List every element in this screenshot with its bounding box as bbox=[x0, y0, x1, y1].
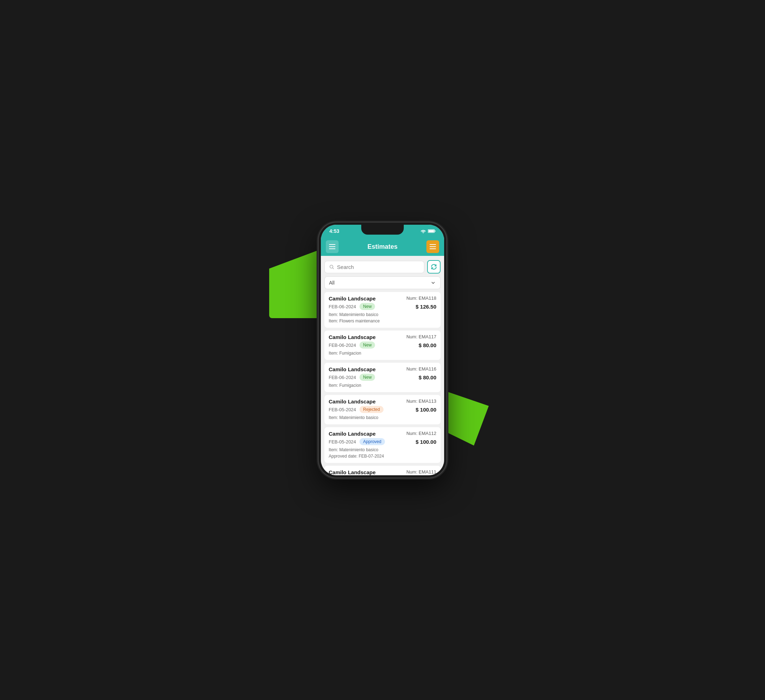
company-name-5: Camilo Landscape bbox=[329, 431, 376, 437]
estimate-num-5: Num: EMA112 bbox=[406, 431, 436, 436]
company-name-6: Camilo Landscape bbox=[329, 469, 376, 475]
notch bbox=[361, 225, 404, 235]
scene: 4:53 bbox=[290, 219, 475, 481]
estimate-amount-2: $ 80.00 bbox=[419, 342, 436, 348]
svg-rect-1 bbox=[434, 231, 435, 232]
estimate-num-2: Num: EMA117 bbox=[406, 334, 436, 339]
estimate-card-3[interactable]: Camilo Landscape Num: EMA116 FEB-06-2024… bbox=[324, 363, 441, 392]
svg-line-4 bbox=[332, 268, 334, 269]
status-badge-5: Approved bbox=[359, 438, 385, 445]
estimate-amount-3: $ 80.00 bbox=[419, 374, 436, 380]
phone-screen: 4:53 bbox=[321, 225, 444, 475]
estimate-date-3: FEB-06-2024 bbox=[329, 375, 356, 380]
estimate-items-5: Item: Matenimiento basicoApproved date: … bbox=[329, 447, 436, 459]
estimate-amount-4: $ 100.00 bbox=[416, 407, 436, 413]
estimate-date-2: FEB-06-2024 bbox=[329, 342, 356, 348]
filter-selected-label: All bbox=[329, 280, 335, 286]
company-name-4: Camilo Landscape bbox=[329, 399, 376, 405]
company-name-1: Camilo Landscape bbox=[329, 295, 376, 301]
filter-dropdown[interactable]: All bbox=[324, 276, 441, 289]
battery-icon bbox=[428, 229, 436, 233]
estimate-num-6: Num: EMA111 bbox=[406, 469, 436, 475]
decorative-shape-right bbox=[439, 389, 489, 446]
phone-frame: 4:53 bbox=[319, 223, 446, 477]
status-badge-3: New bbox=[359, 374, 375, 381]
app-header: Estimates bbox=[321, 237, 444, 256]
hamburger-icon-right bbox=[430, 244, 436, 249]
status-badge-1: New bbox=[359, 303, 375, 310]
estimate-items-4: Item: Matenimiento basico bbox=[329, 414, 436, 421]
company-name-2: Camilo Landscape bbox=[329, 334, 376, 340]
estimate-card-6[interactable]: Camilo Landscape Num: EMA111 FEB-05-2024… bbox=[324, 466, 441, 475]
left-menu-button[interactable] bbox=[326, 240, 338, 253]
status-badge-4: Rejected bbox=[359, 406, 383, 413]
estimate-items-1: Item: Matenimiento basicoItem: Flowers m… bbox=[329, 311, 436, 324]
estimate-num-4: Num: EMA113 bbox=[406, 399, 436, 404]
hamburger-icon-left bbox=[329, 244, 335, 249]
status-time: 4:53 bbox=[329, 228, 339, 234]
estimate-date-4: FEB-05-2024 bbox=[329, 407, 356, 412]
estimate-card-2[interactable]: Camilo Landscape Num: EMA117 FEB-06-2024… bbox=[324, 331, 441, 360]
estimate-num-1: Num: EMA118 bbox=[406, 295, 436, 301]
chevron-down-icon bbox=[430, 280, 436, 286]
status-icons bbox=[420, 229, 436, 233]
company-name-3: Camilo Landscape bbox=[329, 366, 376, 372]
refresh-icon bbox=[430, 263, 438, 270]
content-area: All Camilo Landscape Num: EMA118 FEB-06-… bbox=[321, 256, 444, 475]
estimate-date-5: FEB-05-2024 bbox=[329, 439, 356, 444]
svg-rect-2 bbox=[428, 230, 434, 232]
search-icon bbox=[329, 264, 334, 270]
wifi-icon bbox=[420, 229, 426, 233]
estimate-card-4[interactable]: Camilo Landscape Num: EMA113 FEB-05-2024… bbox=[324, 395, 441, 424]
search-row bbox=[324, 260, 441, 273]
right-menu-button[interactable] bbox=[427, 240, 439, 253]
estimate-date-1: FEB-06-2024 bbox=[329, 304, 356, 309]
estimate-card-5[interactable]: Camilo Landscape Num: EMA112 FEB-05-2024… bbox=[324, 427, 441, 463]
status-badge-2: New bbox=[359, 342, 375, 348]
estimate-amount-5: $ 100.00 bbox=[416, 439, 436, 445]
svg-point-3 bbox=[330, 265, 333, 268]
estimate-amount-1: $ 126.50 bbox=[416, 304, 436, 310]
search-input-wrap[interactable] bbox=[324, 261, 424, 273]
estimate-items-2: Item: Fumigacion bbox=[329, 350, 436, 356]
decorative-shape-left bbox=[269, 247, 326, 318]
refresh-button[interactable] bbox=[427, 260, 441, 273]
estimate-items-3: Item: Fumigacion bbox=[329, 382, 436, 389]
estimate-card-1[interactable]: Camilo Landscape Num: EMA118 FEB-06-2024… bbox=[324, 292, 441, 328]
estimate-num-3: Num: EMA116 bbox=[406, 366, 436, 372]
search-input[interactable] bbox=[337, 264, 420, 270]
header-title: Estimates bbox=[367, 243, 397, 251]
